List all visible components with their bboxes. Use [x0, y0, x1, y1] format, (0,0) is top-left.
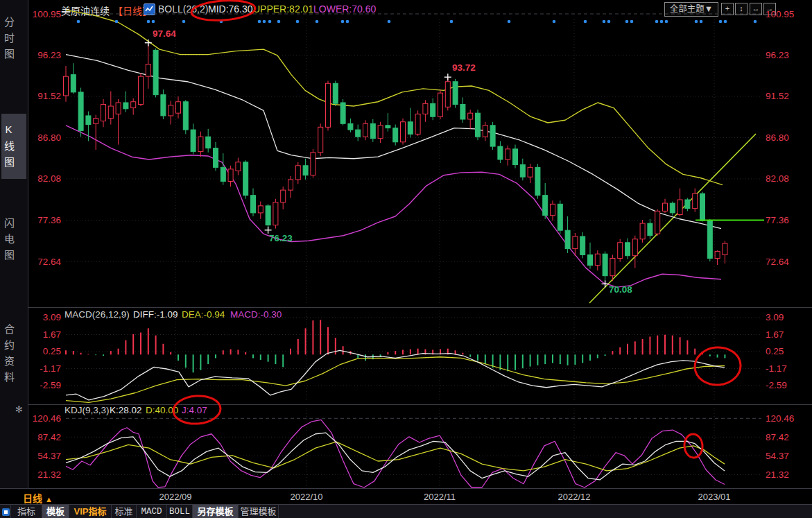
swing-price-label: 70.08	[609, 284, 632, 295]
candlestick	[273, 202, 278, 225]
candlestick	[146, 64, 150, 77]
axis-label: 3.09	[766, 312, 784, 322]
event-dot	[700, 20, 703, 24]
event-dot	[258, 20, 261, 24]
chart-canvas[interactable]: 100.95100.9596.2396.2391.5291.5286.8086.…	[0, 0, 812, 518]
candlestick	[191, 130, 196, 152]
candlestick	[573, 236, 578, 249]
tab-template[interactable]: 模板	[42, 505, 69, 518]
candlestick	[535, 167, 540, 195]
candlestick	[453, 82, 458, 105]
x-axis-label: 2022/11	[412, 492, 467, 502]
tab-macd[interactable]: MACD	[137, 505, 167, 518]
tab-manage-template[interactable]: 管理模板	[239, 505, 279, 518]
axis-label: -2.59	[766, 380, 787, 390]
instrument-title: 美原油连续	[61, 3, 110, 17]
tab-boll[interactable]: BOLL	[167, 505, 193, 518]
period-up-arrow-icon: ▲	[45, 495, 53, 503]
macd-diff-value: DIFF:-1.09	[133, 309, 178, 320]
candlestick	[153, 50, 158, 94]
axis-label: -1.17	[40, 363, 61, 374]
sidebar-item-flash-chart[interactable]: 闪电图	[1, 205, 26, 275]
candlestick	[71, 75, 76, 92]
candlestick	[108, 106, 113, 119]
event-dot	[296, 20, 300, 24]
event-dot	[77, 20, 80, 24]
candlestick	[198, 137, 203, 151]
candlestick	[543, 196, 548, 216]
candlestick	[101, 105, 106, 121]
candlestick	[326, 83, 331, 127]
indicator-line	[66, 350, 725, 400]
candlestick	[386, 126, 390, 128]
candlestick	[214, 148, 218, 168]
axis-label: 72.64	[37, 257, 61, 267]
axis-label: 1.67	[766, 329, 784, 340]
event-dot	[625, 20, 629, 24]
candlestick	[723, 243, 727, 254]
candlestick	[356, 130, 361, 137]
event-dot	[263, 20, 266, 24]
event-dot	[754, 20, 757, 24]
event-dot	[115, 20, 119, 24]
indicator-line	[66, 55, 721, 229]
sidebar-item-time-share-chart[interactable]: 分时图	[1, 4, 26, 74]
sidebar: 分时图 K线图 闪电图 合约资料	[0, 0, 28, 489]
kdj-k-value: K:28.02	[110, 405, 142, 415]
event-dot	[584, 20, 587, 24]
event-dot	[152, 20, 155, 24]
boll-lower-value: LOWER:70.60	[313, 3, 376, 15]
y-axis-scale-icon[interactable]: ↕	[735, 3, 748, 15]
kdj-d-value: D:40.00	[146, 405, 178, 415]
candlestick	[677, 200, 682, 214]
candlestick	[123, 103, 128, 109]
status-mini-icon[interactable]	[2, 508, 10, 516]
event-dot	[603, 20, 606, 24]
candlestick	[693, 193, 698, 208]
candlestick	[131, 102, 136, 108]
boll-indicator-label: BOLL(26,2)	[158, 3, 208, 15]
kdj-title: KDJ(9,3,3)	[64, 405, 110, 415]
candlestick	[558, 204, 562, 230]
kline-icon	[144, 3, 155, 15]
candlestick	[370, 123, 375, 138]
candlestick	[228, 169, 233, 182]
axis-label: 86.80	[37, 132, 61, 143]
candlestick	[513, 149, 518, 165]
axis-label: 54.37	[37, 451, 61, 461]
x-axis-label: 2022/12	[546, 492, 602, 502]
x-axis-label: 2022/10	[279, 492, 334, 502]
tab-vip-indicator[interactable]: VIP指标	[69, 505, 112, 518]
indicator-line	[66, 126, 721, 287]
annotation-circle	[693, 346, 742, 386]
axis-label: 77.36	[766, 215, 789, 225]
candlestick	[438, 93, 443, 116]
x-axis-label: 2023/01	[686, 492, 742, 502]
candlestick	[445, 82, 450, 107]
candlestick	[236, 162, 241, 171]
axis-label: 91.52	[37, 91, 61, 101]
axis-label: 120.46	[33, 413, 61, 424]
candlestick	[243, 162, 248, 196]
theme-dropdown[interactable]: 全部主题▼	[664, 2, 718, 17]
period-selector[interactable]: 日线 ▲	[23, 491, 53, 505]
boll-upper-value: UPPER:82.01	[253, 3, 313, 15]
shift-right-icon[interactable]: →	[763, 3, 776, 15]
sidebar-item-contract-info[interactable]: 合约资料	[1, 309, 26, 399]
tab-save-template[interactable]: 另存模板	[193, 505, 239, 518]
candlestick	[340, 103, 345, 123]
move-chart-icon[interactable]: +	[721, 3, 734, 15]
indicator-line	[66, 420, 725, 487]
candlestick	[588, 254, 593, 265]
candlestick	[632, 239, 637, 256]
tab-indicator[interactable]: 指标	[11, 505, 42, 518]
candlestick	[251, 196, 256, 213]
trading-app-window: 分时图 K线图 闪电图 合约资料 美原油连续 【日线】 BOLL(26,2) M…	[0, 0, 812, 518]
kdj-settings-icon[interactable]: ✻	[15, 404, 23, 415]
tab-standard[interactable]: 标准	[112, 505, 137, 518]
candlestick	[700, 193, 705, 221]
sidebar-item-kline-chart[interactable]: K线图	[1, 114, 26, 179]
x-axis-scale-icon[interactable]: ↔	[750, 3, 762, 15]
candlestick	[378, 126, 383, 139]
swing-price-label: 93.72	[452, 62, 476, 73]
